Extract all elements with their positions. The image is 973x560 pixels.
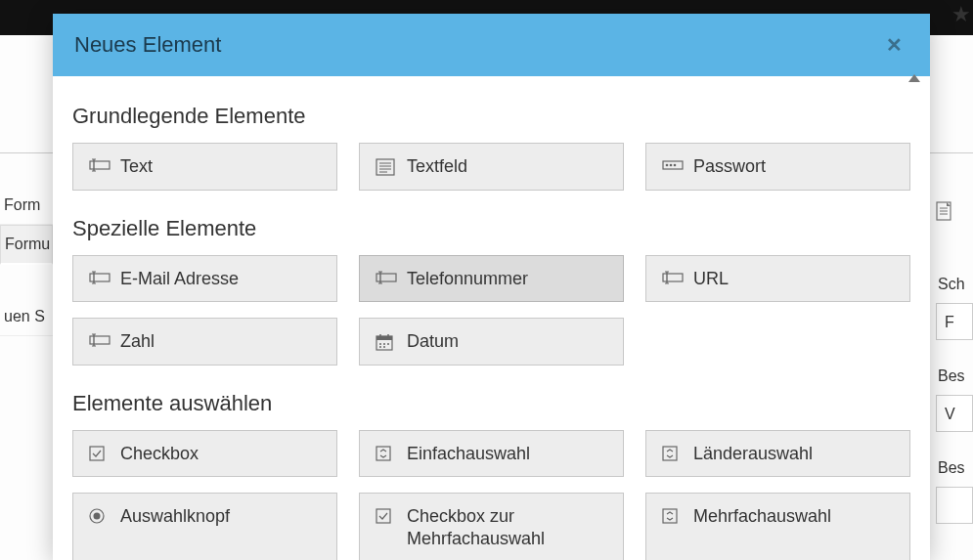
element-tile-zahl[interactable]: Zahl — [72, 318, 337, 366]
svg-rect-29 — [90, 336, 110, 344]
element-tile-checkbox[interactable]: Checkbox — [72, 430, 337, 478]
svg-rect-48 — [663, 509, 677, 523]
svg-point-16 — [674, 164, 677, 167]
svg-point-40 — [379, 346, 381, 348]
element-tile-passwort[interactable]: Passwort — [645, 143, 910, 191]
scroll-up-arrow[interactable] — [908, 74, 920, 82]
element-grid: E-Mail AdresseTelefonnummerURLZahlDatum — [72, 255, 910, 366]
svg-rect-4 — [90, 161, 110, 169]
svg-point-37 — [379, 343, 381, 345]
element-grid: TextTextfeldPasswort — [72, 143, 910, 191]
element-tile-label: Checkbox — [120, 443, 321, 465]
bg-field[interactable]: V — [936, 395, 973, 432]
element-tile-url[interactable]: URL — [645, 255, 910, 303]
section-title: Spezielle Elemente — [72, 216, 910, 241]
element-tile-l-nderauswahl[interactable]: Länderauswahl — [645, 430, 910, 478]
modal-body: Grundlegende ElementeTextTextfeldPasswor… — [53, 76, 930, 560]
element-tile-label: Text — [120, 155, 321, 178]
bg-tab[interactable]: uen S — [0, 298, 53, 336]
star-icon: ★ — [951, 2, 971, 27]
svg-point-14 — [666, 164, 669, 167]
svg-rect-47 — [376, 509, 390, 523]
element-grid: CheckboxEinfachauswahlLänderauswahlAuswa… — [72, 430, 910, 561]
bg-tab[interactable]: Formu — [0, 225, 53, 265]
text-input-icon — [376, 271, 393, 288]
svg-point-38 — [383, 343, 385, 345]
svg-rect-44 — [663, 447, 677, 460]
element-tile-label: Länderauswahl — [693, 443, 894, 465]
element-tile-label: Datum — [407, 330, 607, 353]
radio-icon — [89, 508, 107, 526]
close-button[interactable]: ✕ — [880, 31, 908, 59]
svg-point-46 — [94, 513, 101, 520]
element-tile-label: Checkbox zur Mehrfachauswahl — [407, 505, 607, 549]
section-title: Elemente auswählen — [72, 391, 910, 416]
calendar-icon — [376, 333, 393, 351]
svg-rect-17 — [90, 274, 110, 281]
element-tile-telefonnummer[interactable]: Telefonnummer — [359, 255, 624, 303]
new-element-modal: Neues Element ✕ Grundlegende ElementeTex… — [53, 14, 930, 560]
checkbox-icon — [376, 508, 393, 526]
svg-rect-43 — [376, 447, 390, 460]
svg-rect-34 — [376, 336, 392, 340]
bg-field-label: Bes — [936, 367, 973, 385]
element-tile-einfachauswahl[interactable]: Einfachauswahl — [359, 430, 624, 478]
bg-tab[interactable]: Form — [0, 187, 53, 225]
svg-rect-8 — [376, 159, 394, 175]
modal-title: Neues Element — [74, 32, 221, 58]
bg-field[interactable] — [936, 487, 973, 524]
element-tile-datum[interactable]: Datum — [359, 318, 624, 366]
element-tile-label: URL — [693, 268, 894, 290]
element-tile-label: Auswahlknopf — [120, 505, 321, 528]
element-tile-text[interactable]: Text — [72, 143, 337, 191]
element-tile-label: Telefonnummer — [407, 268, 607, 290]
element-tile-auswahlknopf[interactable]: Auswahlknopf — [72, 493, 337, 560]
svg-rect-25 — [663, 274, 683, 281]
element-tile-label: Mehrfachauswahl — [693, 505, 894, 528]
bg-field[interactable]: F — [936, 303, 973, 340]
section-title: Grundlegende Elemente — [72, 104, 910, 129]
select-icon — [662, 446, 680, 463]
bg-field-label: Sch — [936, 276, 973, 293]
password-icon — [662, 158, 680, 176]
element-tile-e-mail-adresse[interactable]: E-Mail Adresse — [72, 255, 337, 303]
svg-rect-21 — [376, 274, 396, 281]
element-tile-mehrfachauswahl[interactable]: Mehrfachauswahl — [645, 493, 910, 560]
text-input-icon — [89, 158, 107, 176]
checkbox-icon — [89, 446, 107, 463]
element-tile-label: Einfachauswahl — [407, 443, 607, 465]
document-icon[interactable] — [936, 201, 973, 221]
textarea-icon — [376, 158, 393, 176]
svg-point-39 — [387, 343, 389, 345]
text-input-icon — [662, 271, 680, 288]
element-tile-label: Zahl — [120, 330, 321, 353]
svg-point-41 — [383, 346, 385, 348]
select-icon — [662, 508, 680, 526]
text-input-icon — [89, 271, 107, 288]
select-icon — [376, 446, 393, 463]
svg-point-15 — [670, 164, 673, 167]
element-tile-checkbox-zur-mehrfachauswahl[interactable]: Checkbox zur Mehrfachauswahl — [359, 493, 624, 560]
bg-field-label: Bes — [936, 459, 973, 477]
element-tile-label: Textfeld — [407, 155, 607, 178]
element-tile-label: E-Mail Adresse — [120, 268, 321, 290]
modal-header: Neues Element ✕ — [53, 14, 930, 76]
svg-rect-42 — [90, 447, 104, 460]
element-tile-textfeld[interactable]: Textfeld — [359, 143, 624, 191]
element-tile-label: Passwort — [693, 155, 894, 178]
text-input-icon — [89, 333, 107, 351]
